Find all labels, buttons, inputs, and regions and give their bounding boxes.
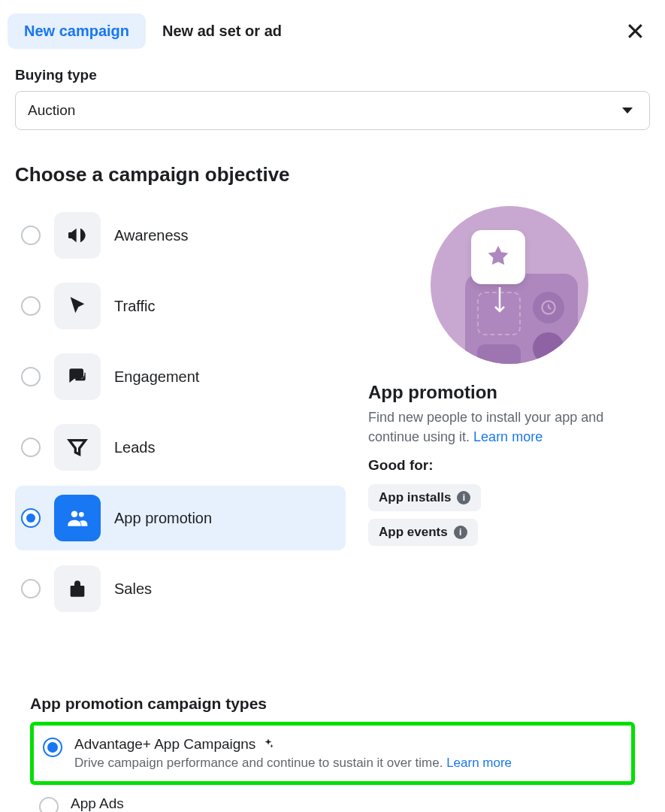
objective-awareness[interactable]: Awareness (15, 203, 346, 268)
funnel-icon (54, 424, 101, 471)
objective-label: Sales (114, 580, 152, 598)
megaphone-icon (54, 212, 101, 259)
objective-sales[interactable]: Sales (15, 556, 346, 621)
objective-leads[interactable]: Leads (15, 415, 346, 480)
radio-awareness[interactable] (21, 226, 41, 245)
advantage-title: Advantage+ App Campaigns (74, 736, 255, 753)
tab-new-campaign[interactable]: New campaign (8, 14, 146, 49)
buying-type-select[interactable]: Auction (15, 91, 650, 130)
chip-app-events[interactable]: App events i (368, 519, 478, 546)
learn-more-link[interactable]: Learn more (446, 756, 512, 770)
chevron-down-icon (622, 108, 633, 114)
bag-icon (54, 565, 101, 612)
objective-label: Engagement (114, 368, 199, 386)
people-icon (54, 495, 101, 541)
buying-type-label: Buying type (15, 67, 650, 83)
objective-label: Awareness (114, 227, 189, 244)
chip-app-installs[interactable]: App installs i (368, 484, 481, 511)
objective-list: Awareness Traffic Engagement (15, 203, 346, 627)
objective-label: Leads (114, 439, 156, 456)
svg-point-1 (79, 512, 84, 517)
info-icon: i (457, 491, 470, 504)
cursor-icon (54, 283, 101, 329)
objective-label: Traffic (114, 298, 155, 315)
campaign-types-section: App promotion campaign types Advantage+ … (0, 695, 665, 812)
campaign-type-app-ads[interactable]: App Ads Manually set up and run your app… (30, 785, 635, 812)
radio-app-ads[interactable] (39, 797, 59, 812)
close-icon[interactable]: ✕ (618, 17, 653, 47)
objective-app-promotion[interactable]: App promotion (15, 486, 346, 550)
objective-traffic[interactable]: Traffic (15, 274, 346, 338)
objective-label: App promotion (114, 510, 212, 527)
info-icon: i (454, 526, 467, 539)
objective-detail-panel: App promotion Find new people to install… (368, 203, 650, 627)
radio-sales[interactable] (21, 579, 41, 598)
radio-traffic[interactable] (21, 296, 41, 316)
app-promotion-illustration (431, 206, 588, 364)
svg-point-0 (71, 511, 78, 517)
detail-title: App promotion (368, 382, 650, 403)
advantage-desc: Drive campaign performance and continue … (74, 756, 622, 771)
app-ads-title: App Ads (71, 795, 124, 812)
good-for-label: Good for: (368, 457, 650, 474)
radio-engagement[interactable] (21, 367, 41, 386)
campaign-type-advantage[interactable]: Advantage+ App Campaigns Drive campaign … (30, 722, 635, 785)
learn-more-link[interactable]: Learn more (473, 429, 543, 444)
objective-heading: Choose a campaign objective (15, 163, 650, 186)
objective-engagement[interactable]: Engagement (15, 344, 346, 409)
radio-advantage[interactable] (43, 738, 62, 757)
tab-new-ad-set[interactable]: New ad set or ad (146, 14, 298, 49)
sparkle-icon (261, 738, 275, 751)
buying-type-value: Auction (28, 102, 75, 119)
radio-app-promotion[interactable] (21, 508, 41, 528)
top-tabs: New campaign New ad set or ad ✕ (0, 0, 665, 53)
campaign-types-heading: App promotion campaign types (30, 695, 635, 713)
detail-description: Find new people to install your app and … (368, 408, 650, 447)
chat-icon (54, 353, 101, 400)
radio-leads[interactable] (21, 438, 41, 457)
